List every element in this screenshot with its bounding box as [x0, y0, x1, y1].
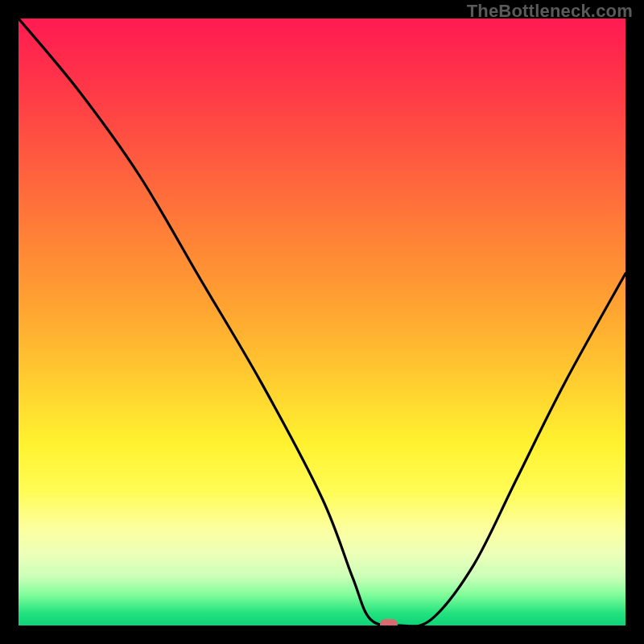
optimal-marker: [380, 619, 398, 625]
bottleneck-curve: [19, 19, 625, 625]
plot-area: [19, 19, 625, 625]
chart-frame: TheBottleneck.com: [0, 0, 644, 644]
watermark-text: TheBottleneck.com: [467, 1, 633, 22]
curve-path: [19, 19, 625, 625]
